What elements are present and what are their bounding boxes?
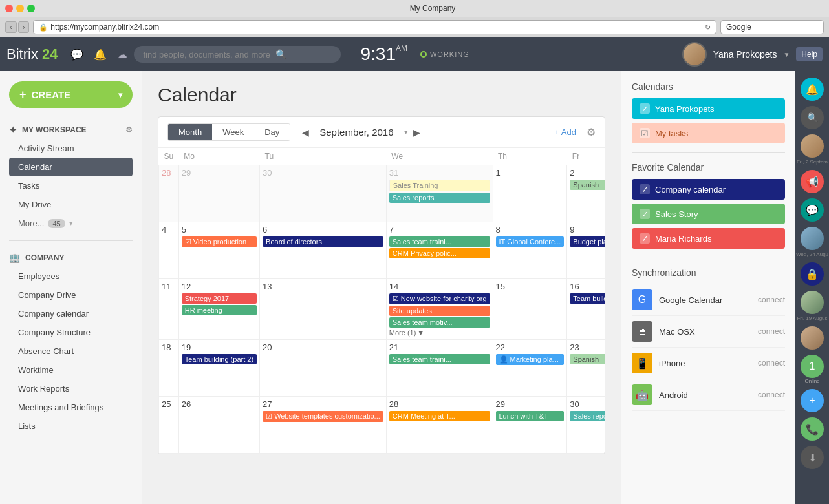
sidebar-item-meetings[interactable]: Meetings and Briefings <box>9 398 133 417</box>
sync-android[interactable]: 🤖 Android connect <box>632 379 785 411</box>
calendar-cell-w2-d3[interactable]: 14☑ New website for charity orgSite upda… <box>386 279 493 340</box>
calendar-event[interactable]: Sales reports <box>570 411 605 421</box>
calendar-cell-w0-d0[interactable]: 28 <box>159 165 179 222</box>
calendar-cell-w2-d1[interactable]: 12Strategy 2017HR meeting <box>178 279 259 340</box>
refresh-button[interactable]: ↻ <box>705 23 711 32</box>
calendar-cell-w0-d1[interactable]: 29 <box>178 165 259 222</box>
create-button[interactable]: + CREATE ▾ <box>9 81 133 108</box>
back-button[interactable]: ‹ <box>5 21 17 33</box>
calendar-cell-w0-d4[interactable]: 1 <box>493 165 567 222</box>
calendar-item-yana[interactable]: ✓ Yana Prokopets <box>632 98 785 119</box>
calendar-event[interactable]: Spanish <box>570 354 605 364</box>
calendar-cell-w4-d4[interactable]: 29Lunch with T&T <box>493 397 567 454</box>
strip-avatar-3[interactable] <box>801 291 824 314</box>
calendar-event[interactable]: ☑ Video production <box>182 236 257 247</box>
calendar-cell-w2-d5[interactable]: 16Team building <box>567 279 605 340</box>
mac-connect[interactable]: connect <box>758 327 785 336</box>
sidebar-item-absence-chart[interactable]: Absence Chart <box>9 342 133 361</box>
calendar-event[interactable]: Sales reports <box>389 193 490 203</box>
calendar-event[interactable]: Sales team traini... <box>389 354 490 364</box>
tab-day[interactable]: Day <box>254 124 290 140</box>
sidebar-item-company-drive[interactable]: Company Drive <box>9 286 133 304</box>
calendar-event[interactable]: Strategy 2017 <box>182 293 257 304</box>
calendar-item-maria[interactable]: ✓ Maria Richards <box>632 228 785 249</box>
calendar-cell-w4-d2[interactable]: 27☑ Website templates customizatio... <box>260 397 387 454</box>
calendar-event[interactable]: Team building <box>570 293 605 304</box>
calendar-cell-w3-d4[interactable]: 22👤 Marketing pla... <box>493 340 567 397</box>
calendar-event[interactable]: IT Global Confere... <box>496 236 565 247</box>
calendar-cell-w3-d2[interactable]: 20 <box>260 340 387 397</box>
calendar-event[interactable]: Team building (part 2) <box>182 354 257 364</box>
calendar-cell-w2-d2[interactable]: 13 <box>260 279 387 340</box>
calendar-cell-w3-d1[interactable]: 19Team building (part 2) <box>178 340 259 397</box>
calendar-cell-w3-d0[interactable]: 18 <box>159 340 179 397</box>
calendar-cell-w4-d0[interactable]: 25 <box>159 397 179 454</box>
calendar-cell-w2-d4[interactable]: 15 <box>493 279 567 340</box>
strip-avatar-4[interactable] <box>801 326 824 350</box>
sidebar-item-my-drive[interactable]: My Drive <box>9 195 133 214</box>
calendar-event[interactable]: HR meeting <box>182 305 257 315</box>
sync-mac[interactable]: 🖥 Mac OSX connect <box>632 316 785 348</box>
user-chevron-icon[interactable]: ▼ <box>783 51 790 58</box>
strip-search-button[interactable]: 🔍 <box>801 106 824 129</box>
url-bar[interactable]: 🔒 https://mycompany.bitrix24.com ↻ <box>33 20 716 34</box>
calendar-cell-w4-d5[interactable]: 30Sales reports <box>567 397 605 454</box>
calendar-cell-w1-d3[interactable]: 7Sales team traini...CRM Privacy polic..… <box>386 222 493 279</box>
cal-next-icon[interactable]: ▶ <box>413 127 420 138</box>
sync-iphone[interactable]: 📱 iPhone connect <box>632 348 785 379</box>
cal-month-title[interactable]: September, 2016 <box>319 127 393 138</box>
calendar-cell-w1-d1[interactable]: 5☑ Video production <box>178 222 259 279</box>
forward-button[interactable]: › <box>18 21 30 33</box>
bell-icon[interactable]: 🔔 <box>94 48 107 61</box>
calendar-cell-w3-d3[interactable]: 21Sales team traini... <box>386 340 493 397</box>
sidebar-item-tasks[interactable]: Tasks <box>9 176 133 195</box>
calendar-event[interactable]: CRM Privacy polic... <box>389 248 490 258</box>
workspace-gear-icon[interactable]: ⚙ <box>125 125 133 134</box>
calendar-event[interactable]: ☑ Website templates customizatio... <box>263 411 383 422</box>
iphone-connect[interactable]: connect <box>758 359 785 368</box>
user-avatar[interactable] <box>682 42 707 67</box>
calendar-cell-w0-d5[interactable]: 2Spanish <box>567 165 605 222</box>
sync-google[interactable]: G Google Calendar connect <box>632 284 785 316</box>
strip-lock-button[interactable]: 🔒 <box>801 262 824 286</box>
calendar-cell-w0-d2[interactable]: 30 <box>260 165 387 222</box>
google-connect[interactable]: connect <box>758 295 785 304</box>
calendar-cell-w4-d1[interactable]: 26 <box>178 397 259 454</box>
calendar-cell-w1-d2[interactable]: 6Board of directors <box>260 222 387 279</box>
sidebar-item-lists[interactable]: Lists <box>9 417 133 436</box>
sidebar-item-calendar[interactable]: Calendar <box>9 158 133 176</box>
calendar-event[interactable]: Budget planning <box>570 236 605 247</box>
workspace-section-header[interactable]: ✦ MY WORKSPACE ⚙ <box>9 125 133 135</box>
cal-add-button[interactable]: + Add <box>554 127 576 137</box>
calendar-event[interactable]: Board of directors <box>263 236 383 247</box>
calendar-item-mytasks[interactable]: ☑ My tasks <box>632 123 785 143</box>
calendar-cell-w3-d5[interactable]: 23Spanish <box>567 340 605 397</box>
cloud-icon[interactable]: ☁ <box>117 48 127 61</box>
calendar-cell-w1-d0[interactable]: 4 <box>159 222 179 279</box>
browser-search[interactable]: Google <box>720 20 824 34</box>
calendar-event[interactable]: ☑ New website for charity org <box>389 293 490 304</box>
sidebar-item-worktime[interactable]: Worktime <box>9 361 133 379</box>
sidebar-more[interactable]: More... 45 ▾ <box>9 214 133 233</box>
strip-add-button[interactable]: + <box>801 389 824 412</box>
close-dot[interactable] <box>5 5 13 12</box>
cal-settings-icon[interactable]: ⚙ <box>587 126 596 138</box>
calendar-cell-w1-d5[interactable]: 9Budget planning <box>567 222 605 279</box>
sidebar-item-work-reports[interactable]: Work Reports <box>9 379 133 398</box>
strip-announce-button[interactable]: 📢 <box>801 170 824 193</box>
sidebar-item-employees[interactable]: Employees <box>9 267 133 286</box>
sidebar-item-company-structure[interactable]: Company Structure <box>9 323 133 342</box>
minimize-dot[interactable] <box>16 5 24 12</box>
strip-phone-button[interactable]: 📞 <box>801 417 824 441</box>
strip-avatar-2[interactable] <box>801 227 824 250</box>
calendar-event[interactable]: Spanish <box>570 180 605 190</box>
tab-month[interactable]: Month <box>168 124 212 140</box>
strip-chat-button[interactable]: 💬 <box>801 198 824 222</box>
calendar-cell-w2-d0[interactable]: 11 <box>159 279 179 340</box>
tab-week[interactable]: Week <box>212 124 254 140</box>
header-search[interactable]: find people, documents, and more 🔍 <box>134 46 341 63</box>
calendar-event[interactable]: Sales team traini... <box>389 236 490 247</box>
cal-prev-icon[interactable]: ◀ <box>302 127 309 138</box>
calendar-item-company[interactable]: ✓ Company calendar <box>632 179 785 200</box>
sidebar-item-activity-stream[interactable]: Activity Stream <box>9 139 133 158</box>
